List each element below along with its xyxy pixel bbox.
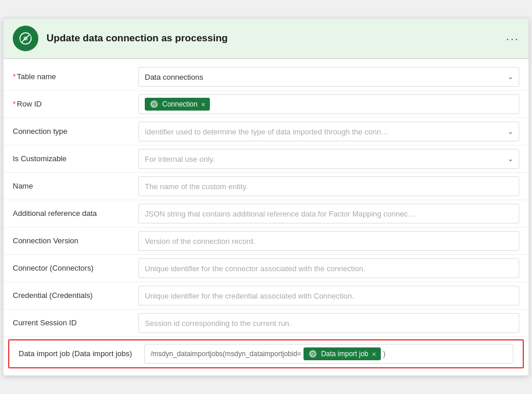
table-name-row: *Table name Data connections ⌄ (3, 63, 529, 91)
name-placeholder: The name of the custom entity. (145, 182, 248, 191)
additional-ref-data-input[interactable]: JSON string that contains additional ref… (138, 204, 519, 223)
is-customizable-label: Is Customizable (13, 154, 129, 164)
connector-input-col: Unique identifier for the connector asso… (138, 258, 519, 278)
import-job-token-label: Data import job (321, 350, 368, 358)
more-options-button[interactable]: ··· (506, 32, 519, 45)
dialog-card: Update data connection as processing ···… (3, 18, 529, 376)
import-job-suffix: ) (383, 350, 385, 358)
current-session-id-row: Current Session ID Session id correspond… (3, 310, 529, 337)
data-import-job-row: Data import job (Data import jobs) /msdy… (8, 339, 524, 368)
connector-input[interactable]: Unique identifier for the connector asso… (138, 258, 519, 278)
table-name-input-col: Data connections ⌄ (138, 67, 519, 87)
table-name-value: Data connections (145, 73, 203, 81)
row-id-label: *Row ID (13, 100, 129, 109)
connection-type-input-col: Identifier used to determine the type of… (138, 122, 519, 141)
import-job-token-close-icon[interactable]: × (372, 350, 377, 358)
import-job-token-logo-icon (308, 349, 317, 358)
credential-row: Credential (Credentials) Unique identifi… (3, 282, 529, 310)
current-session-id-placeholder: Session id corresponding to the current … (145, 319, 291, 328)
additional-ref-data-row: Additional reference data JSON string th… (3, 200, 529, 228)
data-import-job-label: Data import job (Data import jobs) (19, 349, 135, 359)
connection-type-label: Connection type (13, 127, 129, 137)
name-input[interactable]: The name of the custom entity. (138, 176, 519, 196)
row-id-field[interactable]: Connection × (138, 94, 519, 114)
current-session-id-input[interactable]: Session id corresponding to the current … (138, 313, 519, 333)
row-id-row: *Row ID Connection × (3, 91, 529, 118)
data-import-job-input-col: /msdyn_dataimportjobs(msdyn_dataimportjo… (144, 344, 513, 364)
data-import-job-field[interactable]: /msdyn_dataimportjobs(msdyn_dataimportjo… (144, 344, 513, 364)
additional-ref-data-placeholder: JSON string that contains additional ref… (145, 210, 415, 218)
is-customizable-placeholder: For internal use only. (145, 155, 215, 164)
current-session-id-label: Current Session ID (13, 318, 129, 328)
name-row: Name The name of the custom entity. (3, 173, 529, 200)
required-star: * (13, 72, 16, 81)
connection-type-dropdown[interactable]: Identifier used to determine the type of… (138, 122, 519, 141)
import-job-token: Data import job × (304, 347, 381, 360)
connector-placeholder: Unique identifier for the connector asso… (145, 264, 365, 273)
credential-input-col: Unique identifier for the credential ass… (138, 286, 519, 306)
connection-version-input[interactable]: Version of the connection record. (138, 231, 519, 251)
connection-type-row: Connection type Identifier used to deter… (3, 118, 529, 145)
token-logo-icon (149, 100, 159, 109)
import-job-prefix: /msdyn_dataimportjobs(msdyn_dataimportjo… (151, 350, 301, 358)
dialog-title: Update data connection as processing (47, 33, 498, 44)
form-body: *Table name Data connections ⌄ *Row ID (3, 59, 529, 375)
required-star: * (13, 100, 16, 108)
connection-version-row: Connection Version Version of the connec… (3, 228, 529, 255)
name-label: Name (13, 182, 129, 191)
name-input-col: The name of the custom entity. (138, 176, 519, 196)
row-id-input-col: Connection × (138, 94, 519, 114)
is-customizable-chevron-icon: ⌄ (508, 155, 513, 163)
connection-version-input-col: Version of the connection record. (138, 231, 519, 251)
table-name-label: *Table name (13, 72, 129, 82)
table-name-dropdown[interactable]: Data connections ⌄ (138, 67, 519, 87)
additional-ref-data-label: Additional reference data (13, 209, 129, 219)
additional-ref-data-input-col: JSON string that contains additional ref… (138, 204, 519, 223)
credential-placeholder: Unique identifier for the credential ass… (145, 292, 354, 300)
token-label: Connection (162, 100, 198, 108)
token-close-icon[interactable]: × (201, 100, 206, 109)
connection-version-placeholder: Version of the connection record. (145, 237, 255, 246)
connection-type-chevron-icon: ⌄ (508, 127, 513, 136)
app-logo (13, 26, 38, 51)
connector-label: Connector (Connectors) (13, 264, 129, 274)
is-customizable-input-col: For internal use only. ⌄ (138, 149, 519, 169)
is-customizable-dropdown[interactable]: For internal use only. ⌄ (138, 149, 519, 169)
connection-type-placeholder: Identifier used to determine the type of… (145, 127, 388, 136)
current-session-id-input-col: Session id corresponding to the current … (138, 313, 519, 333)
svg-point-0 (24, 37, 28, 41)
table-name-chevron-icon: ⌄ (508, 73, 513, 81)
credential-input[interactable]: Unique identifier for the credential ass… (138, 286, 519, 306)
credential-label: Credential (Credentials) (13, 291, 129, 301)
dialog-header: Update data connection as processing ··· (3, 19, 529, 59)
is-customizable-row: Is Customizable For internal use only. ⌄ (3, 145, 529, 173)
connector-row: Connector (Connectors) Unique identifier… (3, 255, 529, 282)
connection-token: Connection × (145, 98, 210, 111)
connection-version-label: Connection Version (13, 236, 129, 246)
